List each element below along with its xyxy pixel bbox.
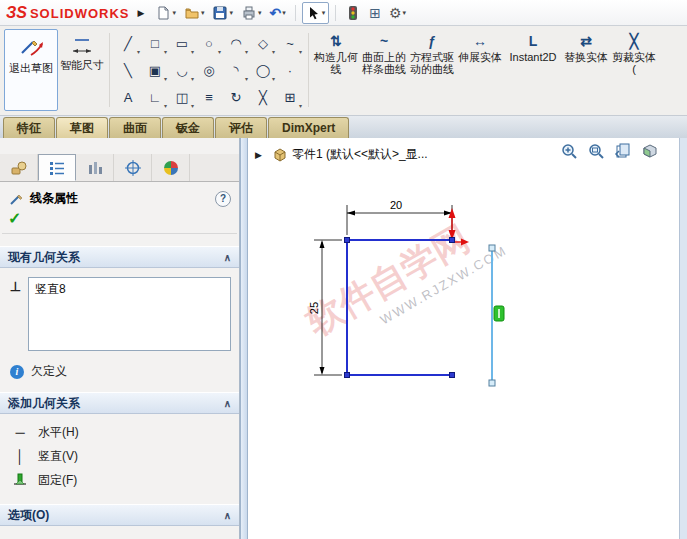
sketch-tool-centerpoint-arc[interactable]: ◠ xyxy=(223,30,249,56)
equation-driven-curve-button[interactable]: ƒ 方程式驱动的曲线 xyxy=(408,29,456,111)
exit-sketch-label: 退出草图 xyxy=(9,62,53,75)
trim-entities-icon: ╳ xyxy=(630,34,638,48)
info-icon: i xyxy=(10,365,24,379)
dimension-height-value[interactable]: 25 xyxy=(308,302,320,314)
tab-evaluate[interactable]: 评估 xyxy=(215,117,267,138)
sketch-tool-straight-slot[interactable]: ▭ xyxy=(169,30,195,56)
existing-relations-area: ⊥ 竖直8 xyxy=(0,268,239,351)
trim-entities-button[interactable]: ╳ 剪裁实体( xyxy=(610,29,658,111)
undo-button[interactable]: ↶ xyxy=(267,2,289,24)
window-grid-icon: ⊞ xyxy=(369,6,381,20)
trim-entities-label: 剪裁实体( xyxy=(611,51,657,75)
stretch-entities-icon: ↔ xyxy=(473,34,487,48)
previous-view-icon[interactable] xyxy=(614,142,632,160)
mirror-icon: ◫ xyxy=(176,90,188,105)
collapse-chevron-icon xyxy=(224,252,231,263)
existing-relations-section[interactable]: 现有几何关系 xyxy=(0,246,239,268)
save-button[interactable] xyxy=(209,2,236,24)
ok-checkmark-icon[interactable]: ✓ xyxy=(8,210,21,227)
tab-display-manager[interactable] xyxy=(152,154,190,181)
sketch-tool-offset[interactable]: ≡ xyxy=(196,84,222,110)
new-document-icon xyxy=(155,5,171,21)
add-relations-header: 添加几何关系 xyxy=(8,395,80,412)
menu-flyout-icon[interactable] xyxy=(138,8,145,18)
open-folder-icon xyxy=(184,5,200,21)
zoom-fit-icon[interactable] xyxy=(560,142,578,160)
solidworks-logo-text: SOLIDWORKS xyxy=(30,6,130,21)
sketch-tool-polygon[interactable]: ◇ xyxy=(250,30,276,56)
section-view-icon[interactable] xyxy=(641,142,659,160)
spline-on-surface-button[interactable]: ~ 曲面上的样条曲线 xyxy=(360,29,408,111)
tab-property-manager[interactable] xyxy=(38,154,76,181)
window-layout-button[interactable]: ⊞ xyxy=(366,2,384,24)
point-icon: · xyxy=(288,63,292,78)
select-arrow-icon xyxy=(306,5,321,20)
equation-driven-curve-label: 方程式驱动的曲线 xyxy=(409,51,455,75)
ribbon-separator xyxy=(308,33,309,107)
sketch-tool-mirror[interactable]: ◫ xyxy=(169,84,195,110)
collapse-chevron-icon xyxy=(224,398,231,409)
instant2d-button[interactable]: L Instant2D xyxy=(504,29,562,111)
sketch-tool-tangent-arc[interactable]: ◝ xyxy=(223,57,249,83)
sketch-tool-point[interactable]: · xyxy=(277,57,303,83)
sketch-tool-centerline[interactable]: ╲ xyxy=(115,57,141,83)
graphics-area[interactable]: 零件1 (默认<<默认>_显... 软件自学网 WWW.RJZXW.COM 20 xyxy=(248,138,687,539)
panel-splitter[interactable] xyxy=(240,138,248,539)
chevron-down-icon xyxy=(229,9,233,17)
replace-entities-button[interactable]: ⇄ 替换实体 xyxy=(562,29,610,111)
sketch-tool-ellipse[interactable]: ◯ xyxy=(250,57,276,83)
feature-tree-overlay[interactable]: 零件1 (默认<<默认>_显... xyxy=(253,146,428,163)
add-relations-section[interactable]: 添加几何关系 xyxy=(0,392,239,414)
save-floppy-icon xyxy=(212,5,228,21)
graphics-scrollbar[interactable] xyxy=(679,138,687,539)
open-button[interactable] xyxy=(181,2,208,24)
add-relation-horizontal[interactable]: ─ 水平(H) xyxy=(6,420,233,444)
relation-list-item[interactable]: 竖直8 xyxy=(33,280,226,299)
add-relation-vertical[interactable]: │ 竖直(V) xyxy=(6,444,233,468)
select-tool-button[interactable] xyxy=(302,2,330,24)
tab-features[interactable]: 特征 xyxy=(3,117,55,138)
collapse-chevron-icon xyxy=(224,510,231,521)
sketch-canvas[interactable]: 软件自学网 WWW.RJZXW.COM 20 xyxy=(248,138,687,539)
tab-surfaces[interactable]: 曲面 xyxy=(109,117,161,138)
dimxpert-manager-icon xyxy=(124,159,142,177)
sketch-tool-linear-pattern[interactable]: ⊞ xyxy=(277,84,303,110)
sketch-tool-text[interactable]: A xyxy=(115,84,141,110)
stretch-entities-button[interactable]: ↔ 伸展实体 xyxy=(456,29,504,111)
instant2d-label: Instant2D xyxy=(509,51,556,63)
relations-listbox[interactable]: 竖直8 xyxy=(28,277,231,351)
options-button[interactable]: ⚙ xyxy=(386,2,409,24)
tab-sketch[interactable]: 草图 xyxy=(56,117,108,138)
new-document-button[interactable] xyxy=(152,2,179,24)
tab-configuration-manager[interactable] xyxy=(76,154,114,181)
command-manager-tabbar: 特征 草图 曲面 钣金 评估 DimXpert xyxy=(0,116,687,138)
dimension-width-value[interactable]: 20 xyxy=(390,199,402,211)
print-button[interactable] xyxy=(238,2,265,24)
tree-flyout-icon[interactable] xyxy=(255,150,262,160)
sketch-tool-convert[interactable]: ↻ xyxy=(223,84,249,110)
add-relation-fix[interactable]: 固定(F) xyxy=(6,468,233,492)
tab-dimxpert[interactable]: DimXpert xyxy=(268,117,349,138)
sketch-tool-fillet[interactable]: ∟ xyxy=(142,84,168,110)
sketch-tool-corner-rectangle[interactable]: □ xyxy=(142,30,168,56)
tab-dimxpert-manager[interactable] xyxy=(114,154,152,181)
feature-manager-icon xyxy=(10,159,28,177)
smart-dimension-button[interactable]: 智能尺寸 xyxy=(58,29,106,111)
tab-sheet-metal[interactable]: 钣金 xyxy=(162,117,214,138)
sketch-tool-perimeter-circle[interactable]: ◎ xyxy=(196,57,222,83)
sketch-tool-circle[interactable]: ○ xyxy=(196,30,222,56)
chevron-down-icon xyxy=(172,9,176,17)
interference-check-button[interactable] xyxy=(342,2,364,24)
sketch-tool-arc-slot[interactable]: ◡ xyxy=(169,57,195,83)
exit-sketch-button[interactable]: 退出草图 xyxy=(4,29,58,111)
sketch-tool-line[interactable]: ╱ xyxy=(115,30,141,56)
sketch-tool-center-rectangle[interactable]: ▣ xyxy=(142,57,168,83)
help-icon[interactable]: ? xyxy=(215,191,231,207)
construction-geometry-button[interactable]: ⇅ 构造几何线 xyxy=(312,29,360,111)
zoom-area-icon[interactable] xyxy=(587,142,605,160)
sketch-tool-trim[interactable]: ╳ xyxy=(250,84,276,110)
options-section[interactable]: 选项(O) xyxy=(0,504,239,526)
sketch-tool-spline[interactable]: ~ xyxy=(277,30,303,56)
tab-feature-manager[interactable] xyxy=(0,154,38,181)
feature-tree-item-label: 零件1 (默认<<默认>_显... xyxy=(292,146,428,163)
